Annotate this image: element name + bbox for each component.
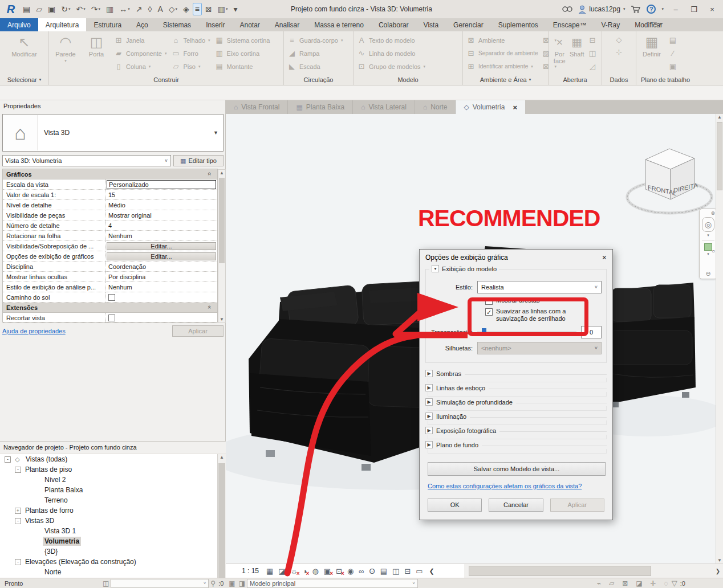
property-row[interactable]: Nível de detalhe Médio Médio [3, 200, 217, 210]
property-value[interactable] [105, 292, 217, 303]
tree-expander[interactable]: - [15, 467, 21, 473]
smooth-lines-checkbox[interactable]: ✓ [485, 308, 493, 316]
search-icon[interactable] [562, 6, 572, 13]
room-button[interactable]: ⊠Ambiente [466, 34, 538, 47]
mullion-button[interactable]: ▤Montante [215, 60, 270, 73]
drawing-area[interactable]: FRONTAL DIREITA ⊗ ◎ ▾ ▾ ⊖ RECOMMENDED Op… [226, 114, 723, 578]
property-row[interactable]: Caminho do sol [3, 292, 217, 303]
redo-icon[interactable]: ↷▾ [89, 3, 103, 15]
ribbon-tab[interactable]: Aço [129, 18, 156, 31]
property-value[interactable]: Editar... Editar... [105, 251, 217, 262]
tree-item-label[interactable]: Terreno [43, 496, 70, 505]
browser-caption[interactable]: Navegador de projeto - Projeto com fundo… [0, 442, 226, 454]
ribbon-tab[interactable]: Sistemas [156, 18, 198, 31]
render-dialog-icon[interactable]: ◍ [312, 567, 318, 575]
select-underlay-icon[interactable]: ▱ [609, 579, 614, 587]
tree-item[interactable]: - Elevações (Elevação da construção) [0, 557, 217, 567]
level-icon[interactable]: ◇ [614, 34, 625, 45]
file-doc-icon[interactable]: ▤▾ [21, 3, 33, 15]
temporary-view-properties-icon[interactable]: ▤ [380, 567, 387, 575]
reveal-constraints-icon[interactable]: ⊟ [404, 567, 411, 575]
reveal-hidden-elements-icon[interactable]: ʘ [369, 567, 375, 575]
wheel-caret[interactable]: ▾ [707, 233, 709, 238]
select-pinned-icon[interactable]: ⊠ [622, 579, 628, 587]
aligned-dimension-icon[interactable]: ↗▾ [133, 3, 145, 15]
zoom-caret[interactable]: ▾ [707, 252, 709, 256]
curtain-grid-button[interactable]: ▥Eixo cortina [215, 47, 270, 60]
dialog-section-row[interactable]: ▶ Sombras [425, 369, 607, 383]
model-group-button[interactable]: ⊡Grupo de modelos▾ [357, 60, 425, 73]
cart-icon[interactable] [631, 5, 641, 13]
model-line-button[interactable]: ∿Linha do modelo [357, 47, 425, 60]
tree-item[interactable]: {3D} [0, 546, 217, 557]
worksets-combo[interactable]: ˅ [111, 579, 209, 588]
property-row[interactable]: Número de detalhe 4 4 [3, 220, 217, 231]
sun-path-icon[interactable]: ☼ [291, 567, 298, 575]
silhouettes-select[interactable]: <nenhum>˅ [477, 342, 602, 354]
dialog-section-row[interactable]: ▶ Simulação de profundidade [425, 397, 607, 411]
dialog-section-row[interactable]: ▶ Linhas de esboço [425, 383, 607, 397]
tree-item-label[interactable]: Volumetria [43, 537, 81, 546]
help-menu-caret[interactable]: ▾ [661, 7, 664, 11]
tree-item-label[interactable]: Vistas 3D [23, 516, 56, 525]
help-icon[interactable]: ? [647, 5, 656, 14]
ribbon-tab[interactable]: Analisar [267, 18, 307, 31]
section-icon[interactable]: ◈▾ [181, 3, 192, 15]
property-value[interactable] [105, 313, 217, 323]
zoom-icon[interactable] [704, 243, 712, 251]
properties-scrollbar[interactable]: ▲ ▼ [218, 169, 226, 323]
wall-opening-icon[interactable]: ⊟ [587, 35, 598, 46]
print-icon[interactable]: ▥▾ [104, 3, 116, 15]
curtain-system-button[interactable]: ▦Sistema cortina [215, 34, 270, 47]
tree-item-label[interactable]: Vista 3D 1 [43, 526, 78, 536]
dormer-opening-icon[interactable]: ◿ [587, 61, 598, 72]
lock-icon[interactable]: ▭ [416, 567, 423, 575]
section-expand-icon[interactable]: ▶ [425, 441, 433, 448]
property-row[interactable]: Recortar vista [3, 313, 217, 323]
filter-icon[interactable]: ▽ [672, 579, 677, 587]
revit-logo[interactable]: R [3, 2, 18, 16]
navbar-close-icon[interactable]: ⊗ [710, 210, 715, 216]
dialog-section-row[interactable]: ▶ Iluminação [425, 411, 607, 426]
worksets-icon[interactable]: ◫ [103, 579, 109, 587]
unlocked-3d-view-icon[interactable]: ◉ [347, 567, 354, 575]
tree-item[interactable]: Terreno [0, 495, 217, 505]
tree-expander[interactable]: - [5, 456, 11, 463]
ribbon-tab[interactable]: Inserir [198, 18, 232, 31]
tree-item-label[interactable]: Norte [43, 567, 63, 577]
measure-icon[interactable]: ↔▾ [117, 3, 132, 15]
transparency-slider[interactable] [477, 326, 576, 338]
dialog-apply-button[interactable]: Aplicar [550, 499, 604, 512]
property-row[interactable]: Disciplina Coordenação Coordenação [3, 262, 217, 272]
navigation-bar[interactable]: ⊗ ◎ ▾ ▾ ⊖ [699, 209, 717, 279]
property-row[interactable]: Rotacionar na folha Nenhum Nenhum [3, 231, 217, 241]
edit-type-button[interactable]: ▦ Editar tipo [173, 155, 224, 166]
view-tab[interactable]: ⌂ Norte [415, 100, 456, 114]
tree-expander[interactable] [34, 549, 40, 555]
tree-item-label[interactable]: Vistas (todas) [24, 455, 69, 464]
tag-room-button[interactable]: ⊞Identificar ambiente▾ [466, 60, 538, 73]
section-expand-icon[interactable]: ▶ [425, 370, 433, 377]
ramp-button[interactable]: ◢Rampa [287, 47, 343, 60]
vertical-scrollbar[interactable]: ▲ ▼ [716, 114, 723, 564]
wall-button[interactable]: ◠ Parede ▾ [52, 34, 79, 63]
ribbon-tab[interactable]: Vista [416, 18, 446, 31]
dialog-section-row[interactable]: ▶ Exposição fotográfica [425, 426, 607, 440]
ribbon-tab[interactable]: Enscape™ [546, 18, 594, 31]
set-workplane-button[interactable]: ▦ Definir [640, 34, 664, 58]
show-workplane-icon[interactable]: ▤ [667, 35, 679, 46]
property-value[interactable]: Nenhum Nenhum [105, 231, 217, 241]
modify-button[interactable]: ↖ Modificar [11, 34, 38, 58]
apply-button[interactable]: Aplicar [172, 325, 224, 337]
railing-button[interactable]: ≡Guarda-corpo▾ [287, 34, 343, 47]
ribbon-display-caret[interactable]: ▾ [659, 21, 662, 27]
tree-item-label[interactable]: Plantas de piso [23, 465, 74, 474]
ribbon-tab[interactable]: Arquivo [0, 18, 38, 31]
browser-scrollbar[interactable]: ▲ ▼ [217, 454, 226, 588]
ribbon-tab[interactable]: Massa e terreno [307, 18, 371, 31]
tree-item[interactable]: Norte [0, 567, 217, 577]
tree-expander[interactable] [34, 538, 40, 545]
type-selector[interactable]: ⌂ Vista 3D ▼ [2, 114, 224, 152]
scroll-right-icon[interactable]: ❯ [713, 568, 723, 574]
property-value[interactable]: 15 15 [105, 190, 217, 200]
